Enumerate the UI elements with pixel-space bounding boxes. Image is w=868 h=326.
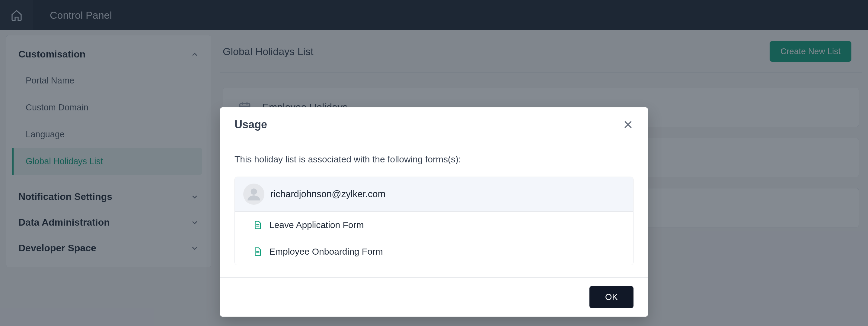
ok-button[interactable]: OK bbox=[589, 286, 633, 308]
usage-list: richardjohnson@zylker.com Leave Applicat… bbox=[235, 176, 633, 265]
modal-description: This holiday list is associated with the… bbox=[235, 154, 633, 164]
form-icon bbox=[253, 220, 262, 230]
modal-header: Usage bbox=[220, 107, 648, 142]
modal-footer: OK bbox=[220, 277, 648, 317]
avatar-placeholder-icon bbox=[246, 187, 261, 202]
form-icon bbox=[253, 246, 262, 257]
svg-point-14 bbox=[251, 188, 257, 195]
usage-form-row: Leave Application Form bbox=[235, 212, 633, 238]
usage-form-name: Employee Onboarding Form bbox=[269, 246, 383, 257]
avatar bbox=[243, 184, 265, 205]
usage-user-row: richardjohnson@zylker.com bbox=[235, 177, 633, 212]
user-email: richardjohnson@zylker.com bbox=[271, 189, 385, 199]
usage-modal: Usage This holiday list is associated wi… bbox=[220, 107, 648, 317]
modal-body: This holiday list is associated with the… bbox=[220, 142, 648, 277]
usage-form-name: Leave Application Form bbox=[269, 220, 364, 230]
modal-title: Usage bbox=[235, 118, 267, 131]
close-icon[interactable] bbox=[623, 119, 633, 130]
modal-scrim: Usage This holiday list is associated wi… bbox=[0, 0, 868, 326]
usage-form-row: Employee Onboarding Form bbox=[235, 238, 633, 265]
